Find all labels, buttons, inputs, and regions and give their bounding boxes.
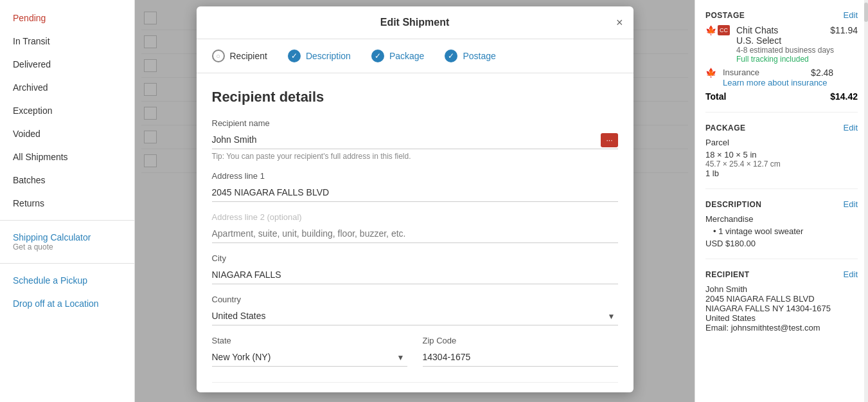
- address2-label: Address line 2 (optional): [212, 212, 618, 222]
- postage-section-title: POSTAGE: [705, 11, 745, 20]
- chit-chats-badge: CC: [718, 25, 730, 35]
- canada-leaf-icon: 🍁: [705, 25, 716, 35]
- city-group: City: [212, 253, 618, 284]
- recipient-panel-section: RECIPIENT Edit John Smith 2045 NIAGARA F…: [705, 270, 858, 343]
- package-section: PACKAGE Edit Parcel 18 × 10 × 5 in 45.7 …: [705, 123, 858, 189]
- step-description[interactable]: ✓ Description: [288, 50, 351, 62]
- canada-leaf-icon-2: 🍁: [705, 68, 716, 78]
- carrier-price: $11.94: [830, 25, 858, 46]
- carrier-name-price: Chit Chats U.S. Select $11.94: [736, 25, 858, 46]
- description-section-title: DESCRIPTION: [705, 200, 762, 209]
- postage-header-row: POSTAGE Edit: [705, 10, 858, 20]
- recipient-address2: NIAGARA FALLS NY 14304-1675: [705, 304, 858, 313]
- zip-group: Zip Code: [423, 336, 618, 367]
- shipping-calculator-sub: Get a quote: [13, 242, 121, 251]
- sidebar-divider: [0, 220, 134, 221]
- modal-header: Edit Shipment ×: [197, 6, 633, 39]
- shipping-calculator-label: Shipping Calculator: [13, 232, 121, 242]
- sidebar-item-pending[interactable]: Pending: [0, 6, 134, 30]
- recipient-tip: Tip: You can paste your recipient's full…: [212, 152, 618, 161]
- sidebar-item-in-transit[interactable]: In Transit: [0, 30, 134, 53]
- description-edit-link[interactable]: Edit: [844, 199, 858, 209]
- package-edit-link[interactable]: Edit: [844, 123, 858, 132]
- modal-overlay: Edit Shipment × ○ Recipient ✓ Descriptio…: [135, 0, 695, 402]
- step-postage-label: Postage: [463, 51, 495, 61]
- sidebar-item-archived[interactable]: Archived: [0, 76, 134, 99]
- recipient-more-button[interactable]: ···: [601, 133, 617, 147]
- modal-title: Edit Shipment: [380, 17, 450, 28]
- phone-section[interactable]: ··· Phone number (optional): [212, 382, 618, 392]
- description-type: Merchandise: [705, 214, 858, 224]
- country-select[interactable]: United States: [212, 307, 618, 325]
- description-section: DESCRIPTION Edit Merchandise 1 vintage w…: [705, 199, 858, 259]
- carrier-icons: 🍁 CC: [705, 25, 730, 35]
- edit-shipment-modal: Edit Shipment × ○ Recipient ✓ Descriptio…: [197, 6, 633, 392]
- package-weight: 1 lb: [705, 169, 858, 178]
- sidebar-item-schedule-pickup[interactable]: Schedule a Pickup: [0, 269, 134, 292]
- state-select[interactable]: New York (NY): [212, 348, 407, 367]
- total-row: Total $14.42: [705, 91, 858, 102]
- sidebar-item-dropoff[interactable]: Drop off at a Location: [0, 292, 134, 315]
- zip-col: Zip Code: [423, 336, 618, 377]
- zip-input[interactable]: [423, 348, 618, 367]
- step-recipient-icon: ○: [212, 50, 225, 62]
- package-header-row: PACKAGE Edit: [705, 123, 858, 132]
- sidebar-item-shipping-calculator[interactable]: Shipping Calculator Get a quote: [0, 226, 134, 258]
- sidebar-item-delivered[interactable]: Delivered: [0, 53, 134, 76]
- address2-input[interactable]: [212, 224, 618, 243]
- modal-close-button[interactable]: ×: [616, 17, 623, 28]
- postage-edit-link[interactable]: Edit: [844, 10, 858, 20]
- state-group: State New York (NY) ▼: [212, 336, 407, 367]
- country-label: Country: [212, 295, 618, 304]
- country-select-wrapper: United States ▼: [212, 307, 618, 325]
- state-col: State New York (NY) ▼: [212, 336, 407, 377]
- modal-body: Recipient details Recipient name ··· Tip…: [197, 73, 633, 392]
- insurance-info: Insurance $2.48 Learn more about insuran…: [723, 68, 833, 87]
- insurance-price: $2.48: [811, 68, 833, 78]
- sidebar-item-batches[interactable]: Batches: [0, 169, 134, 192]
- state-select-wrapper: New York (NY) ▼: [212, 348, 407, 367]
- scrollbar-thumb[interactable]: [864, 3, 868, 22]
- recipient-address1: 2045 NIAGARA FALLS BLVD: [705, 294, 858, 304]
- step-postage[interactable]: ✓ Postage: [445, 50, 495, 62]
- scrollbar-track: [864, 0, 868, 402]
- package-dimensions-metric: 45.7 × 25.4 × 12.7 cm: [705, 160, 858, 169]
- city-input[interactable]: [212, 266, 618, 284]
- recipient-name: John Smith: [705, 284, 858, 294]
- recipient-name-group: Recipient name ··· Tip: You can paste yo…: [212, 118, 618, 161]
- sidebar-item-all-shipments[interactable]: All Shipments: [0, 145, 134, 169]
- address1-input[interactable]: [212, 183, 618, 202]
- wizard-steps: ○ Recipient ✓ Description ✓ Package ✓ Po…: [197, 39, 633, 73]
- step-package[interactable]: ✓ Package: [371, 50, 424, 62]
- recipient-section-title: RECIPIENT: [705, 270, 750, 279]
- recipient-header-row: RECIPIENT Edit: [705, 270, 858, 279]
- total-label: Total: [705, 91, 726, 102]
- address1-group: Address line 1: [212, 171, 618, 202]
- carrier-days: 4-8 estimated business days: [736, 46, 858, 55]
- description-item: 1 vintage wool sweater: [705, 226, 858, 236]
- main-area: Pay for Ship... Edit Shipment × ○ Recipi…: [135, 0, 695, 402]
- sidebar: Pending In Transit Delivered Archived Ex…: [0, 0, 135, 402]
- state-zip-row: State New York (NY) ▼ Zip Code: [212, 336, 618, 377]
- address1-label: Address line 1: [212, 171, 618, 181]
- recipient-name-input[interactable]: [212, 131, 618, 149]
- carrier-tracking: Full tracking included: [736, 55, 858, 64]
- recipient-country: United States: [705, 313, 858, 323]
- sidebar-item-returns[interactable]: Returns: [0, 192, 134, 215]
- right-panel: POSTAGE Edit 🍁 CC Chit Chats U.S. Select…: [695, 0, 868, 402]
- sidebar-item-voided[interactable]: Voided: [0, 122, 134, 145]
- state-label: State: [212, 336, 407, 345]
- package-dimensions-imperial: 18 × 10 × 5 in: [705, 150, 858, 160]
- zip-label: Zip Code: [423, 336, 618, 345]
- step-description-icon: ✓: [288, 50, 301, 62]
- step-recipient[interactable]: ○ Recipient: [212, 50, 267, 62]
- insurance-link[interactable]: Learn more about insurance: [723, 78, 833, 87]
- description-header-row: DESCRIPTION Edit: [705, 199, 858, 209]
- recipient-edit-link[interactable]: Edit: [844, 270, 858, 279]
- sidebar-item-exception[interactable]: Exception: [0, 99, 134, 122]
- recipient-name-label: Recipient name: [212, 118, 618, 128]
- postage-section: POSTAGE Edit 🍁 CC Chit Chats U.S. Select…: [705, 10, 858, 113]
- country-group: Country United States ▼: [212, 295, 618, 325]
- description-value: USD $180.00: [705, 239, 858, 248]
- step-recipient-label: Recipient: [230, 51, 267, 61]
